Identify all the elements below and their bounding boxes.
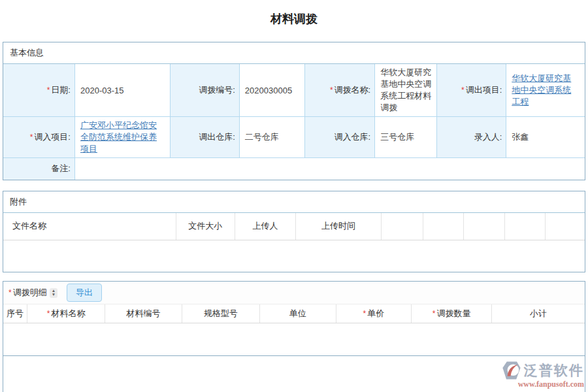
label-remarks: 备注: [3,158,74,180]
required-asterisk: * [8,288,12,297]
basic-info-section: 基本信息 *日期: 2020-03-15 调拨编号: 2020030005 *调… [3,42,585,180]
details-footer [3,355,585,392]
value-transfer-name: 华软大厦研究基地中央空调系统工程材料调拨 [375,64,437,117]
label-out-project: *调出项目: [437,64,506,117]
fanpu-logo-icon [501,360,522,381]
vendor-url: www.fanpusoft.com [518,380,584,389]
page-title: 材料调拨 [0,0,588,39]
value-in-warehouse: 三号仓库 [375,117,437,158]
label-transfer-number: 调拨编号: [170,64,239,117]
attachments-col-upload-time: 上传时间 [296,213,382,240]
attachments-col-file-size: 文件大小 [176,213,235,240]
basic-info-table: *日期: 2020-03-15 调拨编号: 2020030005 *调拨名称: … [3,64,585,180]
details-col-material-number: 材料编号 [105,304,182,323]
sort-down-icon: ▼ [52,293,56,297]
details-col-subtotal: 小计 [492,304,585,323]
export-button[interactable]: 导出 [67,284,102,302]
attachments-col-empty [504,213,545,240]
value-transfer-number: 2020030005 [239,64,304,117]
details-strip: * 调拨明细 ▲ ▼ 导出 [3,282,585,304]
vendor-name: 泛普软件 [524,361,584,380]
attachments-col-uploader: 上传人 [235,213,295,240]
details-col-spec-model: 规格型号 [182,304,259,323]
required-asterisk: * [30,133,33,142]
details-col-serial: 序号 [3,304,27,323]
details-col-unit: 单位 [259,304,336,323]
details-col-unit-price: *单价 [336,304,412,323]
required-asterisk: * [433,309,436,318]
value-out-warehouse: 二号仓库 [239,117,304,158]
out-project-link[interactable]: 华软大厦研究基地中央空调系统工程 [512,73,571,106]
required-asterisk: * [363,309,367,318]
attachments-col-empty [464,213,504,240]
attachments-col-empty [381,213,423,240]
label-entered-by: 录入人: [437,117,506,158]
label-in-project: *调入项目: [3,117,74,158]
value-remarks [74,158,585,180]
attachments-empty-body [3,240,585,272]
required-asterisk: * [330,86,333,95]
details-col-transfer-qty: *调拨数量 [412,304,492,323]
details-col-material-name: *材料名称 [27,304,105,323]
details-section: * 调拨明细 ▲ ▼ 导出 序号 *材料名称 材料编号 规格型号 单位 *单价 … [3,281,585,392]
details-table: 序号 *材料名称 材料编号 规格型号 单位 *单价 *调拨数量 小计 [3,304,585,323]
required-asterisk: * [47,309,50,318]
sort-icon[interactable]: ▲ ▼ [50,288,57,298]
value-out-project: 华软大厦研究基地中央空调系统工程 [506,64,585,117]
value-date: 2020-03-15 [74,64,170,117]
value-in-project: 广安邓小平纪念馆安全防范系统维护保养项目 [74,117,170,158]
in-project-link[interactable]: 广安邓小平纪念馆安全防范系统维护保养项目 [80,120,157,154]
attachments-section: 附件 文件名称 文件大小 上传人 上传时间 [3,191,585,273]
basic-info-section-title: 基本信息 [3,42,585,64]
label-date: *日期: [3,64,74,117]
details-section-title: 调拨明细 [13,287,47,299]
label-transfer-name: *调拨名称: [304,64,375,117]
details-empty-body [3,323,585,355]
value-entered-by: 张鑫 [506,117,585,158]
label-in-warehouse: 调入仓库: [304,117,375,158]
attachments-col-empty [423,213,464,240]
vendor-watermark: 泛普软件 www.fanpusoft.com [501,360,584,389]
attachments-section-title: 附件 [3,191,585,213]
required-asterisk: * [461,86,465,95]
attachments-col-file-name: 文件名称 [3,213,176,240]
label-out-warehouse: 调出仓库: [170,117,239,158]
attachments-table: 文件名称 文件大小 上传人 上传时间 [3,213,585,241]
attachments-col-empty [545,213,585,240]
required-asterisk: * [47,86,50,95]
